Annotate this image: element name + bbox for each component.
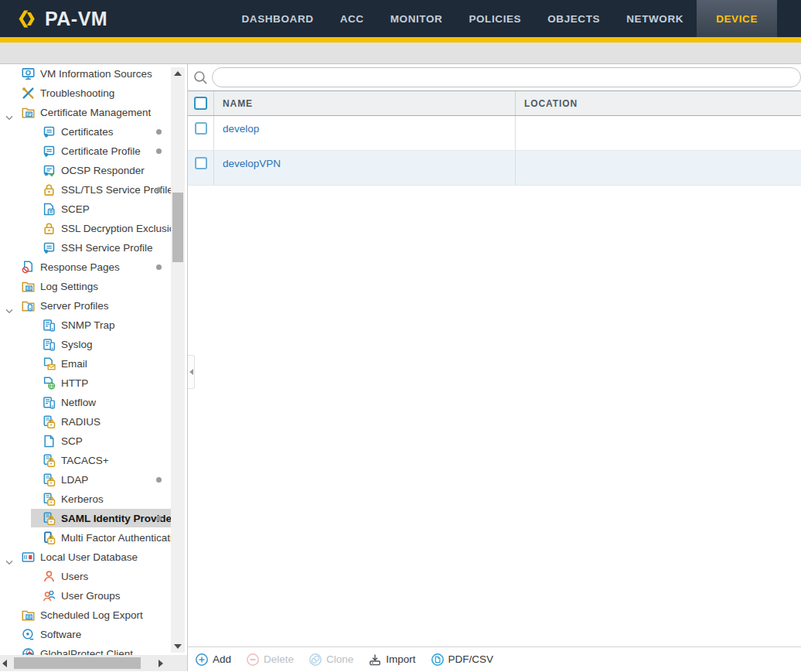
vertical-scrollbar-thumb[interactable] bbox=[172, 193, 183, 262]
scroll-down-arrow-icon[interactable] bbox=[174, 644, 182, 649]
row-checkbox[interactable] bbox=[195, 122, 207, 135]
server-page-icon bbox=[43, 396, 56, 409]
sidebar-item-certificates[interactable]: Certificates bbox=[0, 122, 175, 142]
sidebar-item-log-settings[interactable]: Log Settings bbox=[0, 277, 175, 296]
sidebar-item-certificate-management[interactable]: Certificate Management bbox=[0, 103, 175, 122]
sidebar-item-label: Netflow bbox=[61, 397, 96, 408]
tab-acc[interactable]: ACC bbox=[327, 0, 377, 37]
horizontal-scrollbar-thumb[interactable] bbox=[14, 657, 141, 669]
profile-name-link[interactable]: developVPN bbox=[223, 158, 281, 169]
status-dot bbox=[156, 129, 162, 135]
sidebar-item-users[interactable]: Users bbox=[0, 567, 175, 586]
folder-certificate-icon bbox=[22, 106, 35, 119]
sidebar-item-user-groups[interactable]: User Groups bbox=[0, 586, 175, 605]
sidebar-item-label: Certificates bbox=[61, 126, 114, 138]
delete-circle-minus-icon bbox=[246, 653, 260, 667]
add-button[interactable]: Add bbox=[195, 653, 231, 667]
tab-dashboard[interactable]: DASHBOARD bbox=[228, 0, 326, 37]
sidebar-item-scep[interactable]: SCEP bbox=[0, 200, 175, 219]
chevron-down-icon[interactable] bbox=[5, 554, 13, 568]
tab-policies[interactable]: POLICIES bbox=[455, 0, 534, 37]
sidebar-item-scp[interactable]: SCP bbox=[0, 432, 175, 451]
sidebar-item-software[interactable]: Software bbox=[0, 625, 175, 644]
search-input[interactable] bbox=[212, 67, 801, 87]
sidebar-item-globalprotect-client[interactable]: GlobalProtect Client bbox=[0, 644, 175, 655]
sidebar-item-ocsp-responder[interactable]: OCSP Responder bbox=[0, 161, 175, 180]
sidebar-vertical-scrollbar[interactable] bbox=[171, 67, 185, 653]
sidebar-item-vm-information-sources[interactable]: VM Information Sources bbox=[0, 64, 175, 84]
empty-area bbox=[188, 186, 801, 646]
tab-device[interactable]: DEVICE bbox=[697, 0, 777, 37]
sidebar-item-label: RADIUS bbox=[61, 416, 101, 428]
sidebar-item-label: LDAP bbox=[61, 474, 88, 486]
import-button[interactable]: Import bbox=[368, 653, 415, 667]
sidebar-item-snmp-trap[interactable]: SNMP Trap bbox=[0, 316, 175, 335]
page-globe-icon bbox=[43, 377, 56, 390]
select-all-checkbox[interactable] bbox=[194, 97, 207, 110]
certificate-check-icon bbox=[43, 164, 56, 177]
tab-network[interactable]: NETWORK bbox=[613, 0, 697, 37]
clone-button[interactable]: Clone bbox=[308, 653, 353, 667]
sidebar-item-scheduled-log-export[interactable]: Scheduled Log Export bbox=[0, 605, 175, 625]
sidebar-item-saml-identity-provider[interactable]: SAML Identity Provider bbox=[0, 509, 175, 528]
row-location-cell bbox=[516, 116, 801, 150]
page-block-icon bbox=[22, 261, 35, 274]
column-header-name: NAME bbox=[223, 98, 253, 109]
sidebar-item-syslog[interactable]: Syslog bbox=[0, 335, 175, 354]
tab-monitor[interactable]: MONITOR bbox=[377, 0, 456, 37]
sidebar-collapse-handle[interactable] bbox=[188, 355, 195, 389]
scroll-right-arrow-icon[interactable] bbox=[158, 660, 163, 667]
server-page-icon bbox=[43, 338, 56, 351]
table-row: develop bbox=[188, 116, 801, 151]
scroll-up-arrow-icon[interactable] bbox=[174, 71, 182, 76]
folder-log-icon bbox=[22, 609, 35, 622]
sidebar-item-troubleshooting[interactable]: Troubleshooting bbox=[0, 84, 175, 103]
server-lock-icon bbox=[43, 415, 56, 428]
chevron-down-icon[interactable] bbox=[5, 110, 13, 124]
sidebar-item-ssl-decryption-exclusion[interactable]: SSL Decryption Exclusion bbox=[0, 219, 175, 238]
header-location-cell[interactable]: LOCATION bbox=[516, 91, 801, 115]
sidebar-item-label: Kerberos bbox=[61, 493, 104, 505]
sidebar-item-label: OCSP Responder bbox=[61, 165, 145, 176]
sidebar-item-response-pages[interactable]: Response Pages bbox=[0, 258, 175, 277]
main-panel: NAME LOCATION develop developVPN Add Del… bbox=[188, 64, 801, 671]
import-button-label: Import bbox=[386, 653, 415, 665]
sidebar-item-ldap[interactable]: LDAP bbox=[0, 470, 175, 490]
sidebar-item-tacacs[interactable]: TACACS+ bbox=[0, 451, 175, 470]
status-dot bbox=[156, 516, 162, 521]
main-nav: DASHBOARD ACC MONITOR POLICIES OBJECTS N… bbox=[228, 0, 777, 37]
sidebar-item-ssh-service-profile[interactable]: SSH Service Profile bbox=[0, 238, 175, 258]
sidebar-item-email[interactable]: Email bbox=[0, 354, 175, 374]
sidebar-item-netflow[interactable]: Netflow bbox=[0, 393, 175, 412]
sidebar-item-server-profiles[interactable]: Server Profiles bbox=[0, 296, 175, 316]
row-name-cell: develop bbox=[214, 116, 516, 150]
sidebar-item-kerberos[interactable]: Kerberos bbox=[0, 490, 175, 509]
sidebar-item-local-user-database[interactable]: Local User Database bbox=[0, 547, 175, 567]
tab-objects[interactable]: OBJECTS bbox=[534, 0, 613, 37]
certificate-icon bbox=[43, 125, 56, 138]
clone-icon bbox=[308, 653, 322, 667]
server-page-icon bbox=[43, 319, 56, 332]
scroll-left-arrow-icon[interactable] bbox=[2, 660, 7, 667]
pdf-csv-button-label: PDF/CSV bbox=[448, 653, 494, 665]
sidebar-horizontal-scrollbar[interactable] bbox=[0, 655, 188, 671]
sidebar-item-certificate-profile[interactable]: Certificate Profile bbox=[0, 142, 175, 161]
pdf-csv-button[interactable]: PDF/CSV bbox=[431, 653, 494, 667]
sidebar-item-label: SCP bbox=[61, 435, 83, 447]
row-checkbox-cell bbox=[188, 151, 214, 185]
row-checkbox[interactable] bbox=[195, 157, 207, 169]
delete-button[interactable]: Delete bbox=[246, 653, 294, 667]
chevron-down-icon[interactable] bbox=[5, 303, 13, 317]
sidebar-item-ssl-tls-service-profile[interactable]: SSL/TLS Service Profile bbox=[0, 180, 175, 200]
top-navbar: PA-VM DASHBOARD ACC MONITOR POLICIES OBJ… bbox=[0, 0, 801, 37]
sidebar-item-http[interactable]: HTTP bbox=[0, 374, 175, 393]
header-name-cell[interactable]: NAME bbox=[214, 91, 516, 115]
server-lock-icon bbox=[43, 493, 56, 506]
table-row: developVPN bbox=[188, 151, 801, 186]
brand-logo: PA-VM bbox=[17, 8, 107, 30]
sidebar-item-multi-factor-authentication[interactable]: Multi Factor Authentication bbox=[0, 528, 175, 547]
sidebar-item-label: Software bbox=[40, 629, 81, 640]
profile-name-link[interactable]: develop bbox=[223, 123, 259, 135]
sidebar-item-label: Response Pages bbox=[40, 261, 120, 273]
sidebar-item-radius[interactable]: RADIUS bbox=[0, 412, 175, 432]
